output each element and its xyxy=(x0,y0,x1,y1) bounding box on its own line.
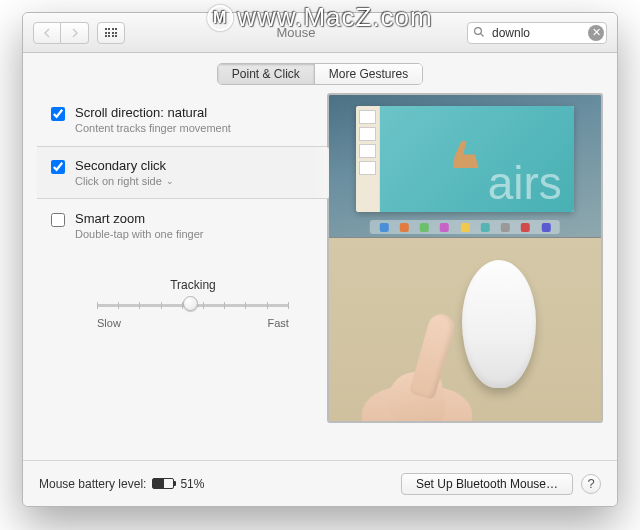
chevron-down-icon: ⌄ xyxy=(166,176,174,186)
prefs-window: Mouse ✕ Point & Click More Gestures Scro… xyxy=(22,12,618,507)
battery-percent: 51% xyxy=(180,477,204,491)
search-wrap: ✕ xyxy=(467,22,607,44)
preview-video: airs xyxy=(327,93,603,423)
preview-screen: airs xyxy=(329,95,601,238)
tabbar: Point & Click More Gestures xyxy=(23,53,617,93)
content: Scroll direction: natural Content tracks… xyxy=(23,93,617,460)
search-icon xyxy=(473,26,485,41)
tracking-section: Tracking Slow Fast xyxy=(37,278,327,329)
preview-big-text: airs xyxy=(488,160,562,206)
preview-dock xyxy=(370,220,560,234)
battery-status: Mouse battery level: 51% xyxy=(39,477,204,491)
options-column: Scroll direction: natural Content tracks… xyxy=(37,93,327,450)
chevron-right-icon xyxy=(71,28,79,38)
option-title: Secondary click xyxy=(75,158,315,173)
chair-graphic xyxy=(448,138,482,168)
help-button[interactable]: ? xyxy=(581,474,601,494)
option-subtitle: Double-tap with one finger xyxy=(75,228,315,240)
tab-point-click[interactable]: Point & Click xyxy=(218,64,315,84)
checkbox-zoom[interactable] xyxy=(51,213,65,227)
option-subtitle[interactable]: Click on right side ⌄ xyxy=(75,175,315,187)
battery-icon xyxy=(152,478,174,489)
option-secondary-click[interactable]: Secondary click Click on right side ⌄ xyxy=(37,146,327,199)
close-icon: ✕ xyxy=(592,26,601,39)
tracking-slider[interactable] xyxy=(97,294,289,316)
option-subtitle: Content tracks finger movement xyxy=(75,122,315,134)
titlebar: Mouse ✕ xyxy=(23,13,617,53)
preview-app-window: airs xyxy=(356,106,574,211)
clear-search-button[interactable]: ✕ xyxy=(588,25,604,41)
slider-min-label: Slow xyxy=(97,317,121,329)
svg-point-0 xyxy=(475,27,482,34)
footer: Mouse battery level: 51% Set Up Bluetoot… xyxy=(23,460,617,506)
preview-sidebar xyxy=(356,106,380,211)
window-title: Mouse xyxy=(133,25,459,40)
chevron-left-icon xyxy=(43,28,51,38)
preview-column: airs xyxy=(327,93,603,450)
tab-more-gestures[interactable]: More Gestures xyxy=(315,64,422,84)
option-scroll-direction[interactable]: Scroll direction: natural Content tracks… xyxy=(37,93,327,146)
hand-graphic xyxy=(362,316,492,423)
setup-bluetooth-button[interactable]: Set Up Bluetooth Mouse… xyxy=(401,473,573,495)
nav-buttons xyxy=(33,22,89,44)
forward-button[interactable] xyxy=(61,22,89,44)
show-all-button[interactable] xyxy=(97,22,125,44)
search-input[interactable] xyxy=(467,22,607,44)
slider-labels: Slow Fast xyxy=(97,317,289,329)
svg-line-1 xyxy=(481,33,484,36)
battery-label: Mouse battery level: xyxy=(39,477,146,491)
preview-canvas: airs xyxy=(380,106,574,211)
checkbox-scroll[interactable] xyxy=(51,107,65,121)
back-button[interactable] xyxy=(33,22,61,44)
slider-max-label: Fast xyxy=(268,317,289,329)
option-title: Smart zoom xyxy=(75,211,315,226)
help-icon: ? xyxy=(587,476,594,491)
option-title: Scroll direction: natural xyxy=(75,105,315,120)
tracking-label: Tracking xyxy=(97,278,289,292)
option-smart-zoom[interactable]: Smart zoom Double-tap with one finger xyxy=(37,199,327,252)
slider-thumb[interactable] xyxy=(183,296,198,311)
tab-segment: Point & Click More Gestures xyxy=(217,63,423,85)
checkbox-secondary[interactable] xyxy=(51,160,65,174)
preview-desk xyxy=(329,238,601,421)
grid-icon xyxy=(105,28,118,37)
